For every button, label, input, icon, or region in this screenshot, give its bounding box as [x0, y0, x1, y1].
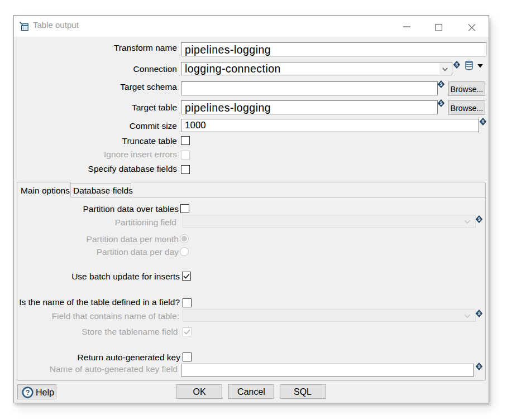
svg-text:$: $ [477, 311, 480, 316]
svg-text:$: $ [455, 62, 458, 67]
svg-text:$: $ [481, 119, 484, 124]
svg-text:$: $ [439, 81, 442, 87]
svg-text:$: $ [477, 216, 480, 222]
svg-text:$: $ [477, 364, 480, 369]
svg-text:$: $ [439, 100, 442, 106]
svg-text:?: ? [26, 389, 30, 397]
